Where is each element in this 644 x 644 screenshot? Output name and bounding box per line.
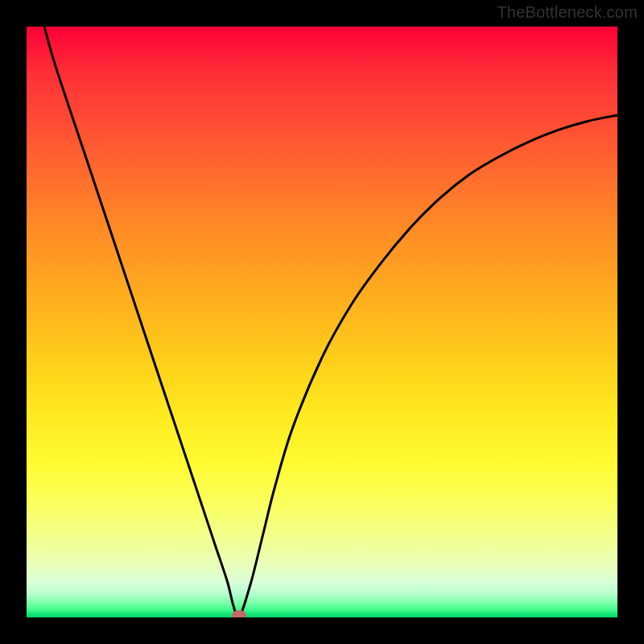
watermark-text: TheBottleneck.com bbox=[497, 3, 638, 22]
chart-frame: TheBottleneck.com bbox=[0, 0, 644, 644]
bottleneck-curve bbox=[27, 27, 617, 617]
plot-area bbox=[27, 27, 617, 617]
optimal-point-marker bbox=[232, 610, 246, 617]
